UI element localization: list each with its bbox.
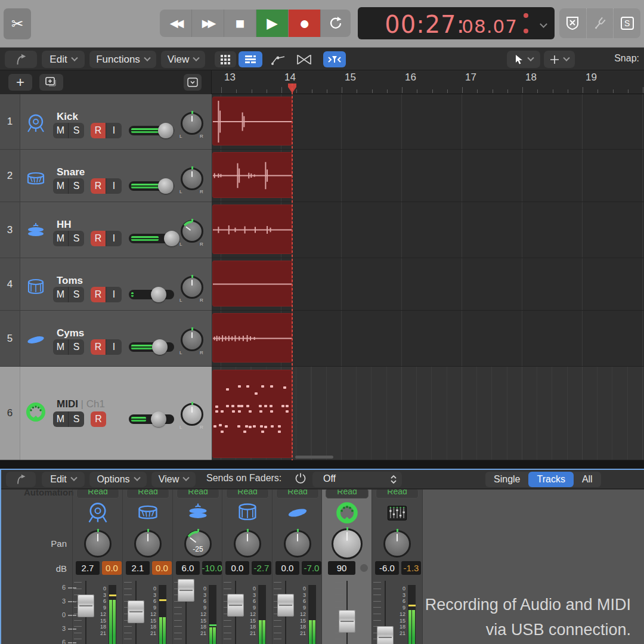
track-lane-cyms[interactable]: [212, 311, 644, 367]
volume-slider[interactable]: [129, 342, 174, 352]
mixer-view-all[interactable]: All: [574, 472, 601, 487]
db-value-right[interactable]: -7.0: [302, 561, 321, 575]
db-value-left[interactable]: 0.0: [275, 561, 299, 575]
track-lane-toms[interactable]: [212, 258, 644, 311]
track-header-cyms[interactable]: 5CymsMSRILR: [0, 311, 212, 367]
fader-cap[interactable]: [377, 626, 394, 644]
track-header-kick[interactable]: 1KickMSRILR: [0, 94, 212, 150]
db-value-left[interactable]: 0.0: [225, 561, 249, 575]
channel-strip-output[interactable]: Read-6.0-1.3036912151821: [372, 490, 422, 644]
automation-read-button[interactable]: Read: [177, 490, 219, 499]
volume-slider-thumb[interactable]: [152, 339, 168, 355]
rewind-button[interactable]: ◀◀: [160, 10, 192, 37]
audio-region-snare[interactable]: [212, 152, 292, 198]
back-navigation-button[interactable]: [5, 51, 37, 68]
volume-slider-thumb[interactable]: [158, 123, 174, 138]
sends-mode-select[interactable]: Off: [312, 472, 402, 487]
channel-strip-snare[interactable]: Read2.10.0036912151821: [123, 490, 173, 644]
forward-button[interactable]: ▶▶: [192, 10, 224, 37]
fader-cap[interactable]: [227, 594, 244, 617]
mute-button[interactable]: M: [53, 231, 69, 246]
db-value-right[interactable]: -1.3: [401, 561, 421, 575]
tuner-button[interactable]: [587, 8, 614, 38]
input-monitor-button[interactable]: I: [106, 178, 122, 194]
fader-cap[interactable]: [128, 600, 144, 623]
solo-button[interactable]: S: [614, 8, 640, 38]
lcd-chevron-down-icon[interactable]: [540, 20, 547, 28]
scissors-tool-button[interactable]: ✂: [4, 8, 31, 39]
db-value-right[interactable]: 0.0: [102, 561, 122, 575]
solo-button[interactable]: S: [69, 287, 84, 302]
channel-strip-midi[interactable]: Read90: [322, 490, 372, 644]
pan-knob[interactable]: [181, 276, 203, 299]
mute-button[interactable]: M: [53, 287, 69, 302]
solo-button[interactable]: S: [69, 123, 84, 138]
fader-cap[interactable]: [277, 594, 294, 617]
sends-power-button[interactable]: [295, 472, 306, 487]
solo-button[interactable]: S: [69, 339, 84, 355]
mixer-view-single[interactable]: Single: [485, 472, 528, 487]
mixer-menu-options[interactable]: Options: [89, 472, 147, 487]
input-monitor-button[interactable]: I: [106, 123, 122, 138]
volume-slider-thumb[interactable]: [151, 411, 166, 427]
channel-pan-knob[interactable]: [134, 530, 162, 558]
solo-button[interactable]: S: [69, 231, 84, 246]
volume-slider[interactable]: [129, 414, 174, 424]
record-arm-button[interactable]: R: [91, 231, 106, 246]
track-header-hh[interactable]: 3HHMSRILR: [0, 202, 212, 258]
db-value-right[interactable]: -10.0: [202, 561, 222, 575]
track-header-options-button[interactable]: [184, 74, 202, 91]
mute-button[interactable]: M: [53, 123, 69, 138]
menu-functions[interactable]: Functions: [89, 51, 156, 68]
volume-slider[interactable]: [129, 126, 174, 135]
channel-pan-knob[interactable]: [383, 530, 411, 558]
pan-knob[interactable]: [181, 168, 203, 190]
input-monitor-button[interactable]: I: [106, 231, 122, 246]
secondary-tool-button[interactable]: [544, 51, 575, 68]
mixer-back-button[interactable]: [6, 472, 36, 487]
automation-read-button[interactable]: Read: [226, 490, 269, 499]
fader-cap[interactable]: [78, 595, 94, 617]
master-mute-button[interactable]: [559, 8, 587, 38]
audio-region-kick[interactable]: [212, 97, 292, 145]
record-button[interactable]: ●: [289, 10, 321, 37]
duplicate-track-button[interactable]: [39, 74, 63, 91]
record-arm-button[interactable]: R: [91, 287, 106, 302]
automation-read-button[interactable]: Read: [276, 490, 319, 499]
pan-knob[interactable]: [181, 329, 203, 351]
catch-playhead-button[interactable]: [323, 51, 346, 67]
db-value-left[interactable]: 6.0: [176, 561, 200, 575]
audio-region-cyms[interactable]: [212, 313, 292, 363]
track-lane-snare[interactable]: [212, 150, 644, 202]
automation-read-button[interactable]: Read: [126, 490, 169, 499]
fader-cap[interactable]: [339, 610, 355, 633]
input-monitor-button[interactable]: I: [106, 287, 122, 302]
lcd-time-display[interactable]: 00:27: 08.07: [358, 7, 555, 39]
solo-button[interactable]: S: [69, 411, 84, 427]
channel-pan-knob[interactable]: [284, 530, 311, 558]
channel-strip-tom[interactable]: Read0.0-2.7036912151821: [222, 490, 273, 644]
pointer-tool-button[interactable]: [507, 51, 540, 68]
tracks-view-button[interactable]: [239, 51, 262, 67]
db-value-right[interactable]: 0.0: [152, 561, 172, 575]
add-track-button[interactable]: +: [8, 74, 32, 91]
db-value-left[interactable]: 2.1: [126, 561, 150, 575]
volume-slider[interactable]: [129, 181, 174, 191]
pan-knob[interactable]: [181, 112, 203, 135]
automation-button[interactable]: [267, 51, 290, 67]
db-value-left[interactable]: 2.7: [76, 561, 100, 575]
record-arm-button[interactable]: R: [91, 178, 106, 194]
audio-region-toms[interactable]: [212, 261, 292, 306]
grid-view-button[interactable]: [215, 51, 236, 67]
volume-slider-thumb[interactable]: [158, 178, 174, 194]
flex-button[interactable]: [292, 51, 316, 67]
cycle-button[interactable]: [321, 10, 351, 37]
record-arm-button[interactable]: R: [91, 411, 106, 427]
db-value-right[interactable]: -2.7: [252, 561, 271, 575]
stop-button[interactable]: ■: [224, 10, 256, 37]
playhead-line[interactable]: [292, 83, 293, 460]
pan-knob[interactable]: [181, 403, 203, 426]
channel-strip-hihat[interactable]: Read-256.0-10.0036912151821: [173, 490, 223, 644]
mute-button[interactable]: M: [53, 178, 69, 194]
track-header-toms[interactable]: 4TomsMSRILR: [0, 258, 212, 311]
